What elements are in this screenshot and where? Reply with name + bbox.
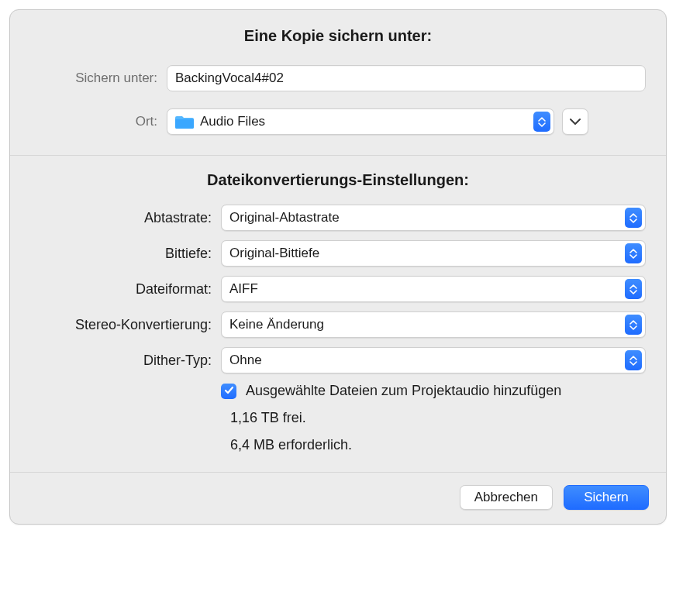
sample-rate-popup[interactable]: Original-Abtastrate [221, 205, 646, 231]
cancel-button[interactable]: Abbrechen [460, 485, 553, 510]
location-label: Ort: [30, 114, 167, 129]
conversion-settings-section: Dateikonvertierungs-Einstellungen: Abtas… [10, 156, 666, 472]
dither-type-label: Dither-Typ: [30, 353, 221, 369]
expand-save-dialog-button[interactable] [562, 108, 588, 135]
settings-title: Dateikonvertierungs-Einstellungen: [30, 171, 646, 189]
updown-icon [625, 315, 642, 335]
dither-type-row: Dither-Typ: Ohne [30, 347, 646, 373]
bit-depth-row: Bittiefe: Original-Bittiefe [30, 240, 646, 267]
save-button[interactable]: Sichern [564, 485, 649, 510]
filename-row: Sichern unter: [30, 65, 646, 91]
add-to-project-label: Ausgewählte Dateien zum Projektaudio hin… [246, 383, 561, 399]
stereo-conversion-row: Stereo-Konvertierung: Keine Änderung [30, 311, 646, 338]
location-row: Ort: Audio Files [30, 108, 646, 135]
bit-depth-label: Bittiefe: [30, 246, 221, 262]
stereo-conversion-value: Keine Änderung [229, 317, 620, 332]
updown-icon [625, 279, 642, 299]
cancel-button-label: Abbrechen [474, 490, 538, 505]
filename-label: Sichern unter: [30, 71, 167, 86]
save-dialog: Eine Kopie sichern unter: Sichern unter:… [9, 9, 667, 525]
dialog-title: Eine Kopie sichern unter: [30, 27, 646, 45]
save-button-label: Sichern [584, 490, 629, 505]
file-format-popup[interactable]: AIFF [221, 276, 646, 302]
filename-input[interactable] [167, 65, 646, 91]
required-space-text: 6,4 MB erforderlich. [30, 437, 646, 453]
updown-icon [625, 350, 642, 370]
dialog-footer: Abbrechen Sichern [10, 473, 666, 524]
save-top-section: Eine Kopie sichern unter: Sichern unter:… [10, 10, 666, 155]
sample-rate-row: Abtastrate: Original-Abtastrate [30, 205, 646, 231]
bit-depth-popup[interactable]: Original-Bittiefe [221, 240, 646, 267]
chevron-down-icon [570, 114, 581, 129]
file-format-label: Dateiformat: [30, 281, 221, 298]
add-to-project-row: Ausgewählte Dateien zum Projektaudio hin… [30, 383, 646, 399]
sample-rate-label: Abtastrate: [30, 210, 221, 226]
updown-icon [533, 112, 550, 132]
updown-icon [625, 243, 642, 263]
folder-icon [175, 114, 194, 129]
checkmark-icon [224, 384, 234, 399]
stereo-conversion-label: Stereo-Konvertierung: [30, 317, 221, 333]
file-format-row: Dateiformat: AIFF [30, 276, 646, 302]
location-popup[interactable]: Audio Files [167, 108, 554, 135]
add-to-project-checkbox[interactable] [221, 384, 236, 399]
updown-icon [625, 208, 642, 228]
dither-type-value: Ohne [229, 353, 620, 368]
dither-type-popup[interactable]: Ohne [221, 347, 646, 373]
free-space-text: 1,16 TB frei. [30, 410, 646, 426]
file-format-value: AIFF [229, 281, 620, 297]
stereo-conversion-popup[interactable]: Keine Änderung [221, 311, 646, 338]
bit-depth-value: Original-Bittiefe [229, 246, 620, 261]
location-value: Audio Files [200, 114, 529, 129]
sample-rate-value: Original-Abtastrate [229, 210, 620, 225]
